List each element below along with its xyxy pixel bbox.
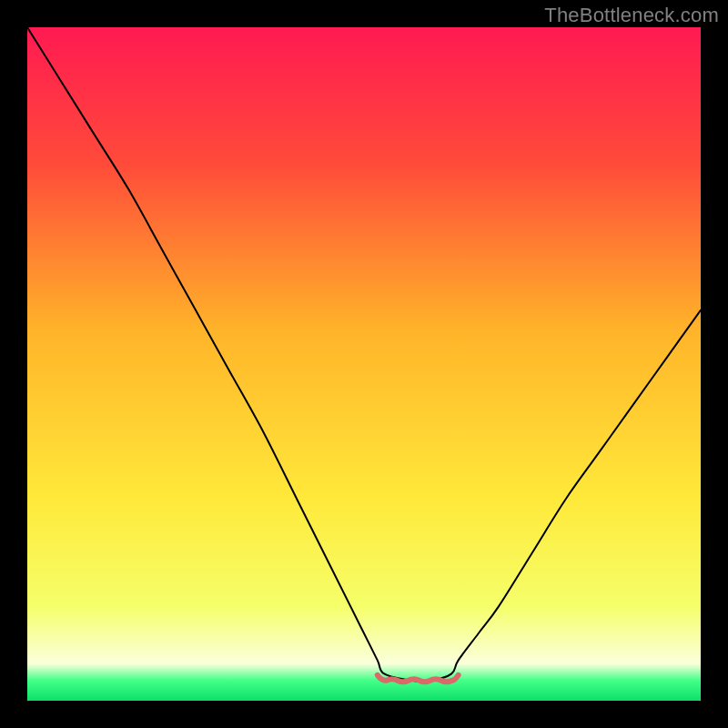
gradient-background [27,27,701,701]
plot-area [27,27,701,701]
chart-svg [27,27,701,701]
chart-frame: TheBottleneck.com [0,0,728,728]
watermark-label: TheBottleneck.com [544,4,719,27]
